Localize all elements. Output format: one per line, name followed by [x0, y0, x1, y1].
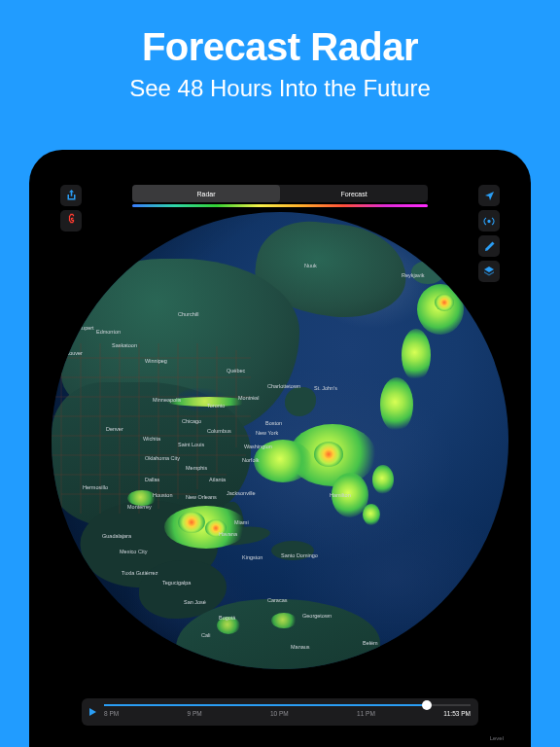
timeline-tick: 10 PM	[270, 710, 289, 717]
map-label: Vancouver	[57, 350, 83, 356]
hurricane-button[interactable]: ၆	[60, 210, 82, 231]
map-label: Saskatoon	[112, 342, 137, 348]
map-label: Toronto	[207, 403, 225, 409]
map-label: Minneapolis	[153, 397, 181, 403]
map-label: Santo Domingo	[281, 552, 318, 558]
timeline-scrubber[interactable]: 8 PM9 PM10 PM11 PM11:53 PM	[82, 698, 478, 726]
map-label: Havana	[219, 531, 237, 537]
play-button[interactable]	[89, 708, 96, 716]
layers-icon	[483, 266, 495, 277]
segment-forecast[interactable]: Forecast	[280, 185, 428, 202]
map-label: Monterrey	[127, 504, 152, 510]
map-label: New York	[256, 430, 278, 436]
track-fill	[104, 704, 427, 706]
timeline-tick: 11:53 PM	[443, 710, 471, 717]
map-label: St. John's	[314, 385, 337, 391]
right-toolbar	[478, 185, 500, 282]
map-label: Churchill	[178, 311, 198, 317]
layers-button[interactable]	[478, 261, 500, 282]
timeline-tick: 9 PM	[187, 710, 201, 717]
map-label: Belém	[363, 640, 378, 646]
location-arrow-icon	[484, 191, 495, 201]
map-label: Brasília	[343, 665, 361, 669]
map-label: Boston	[265, 420, 282, 426]
segment-radar[interactable]: Radar	[132, 185, 280, 202]
map-label: Lima	[192, 665, 203, 669]
timeline-track[interactable]: 8 PM9 PM10 PM11 PM11:53 PM	[104, 698, 471, 726]
mode-segmented-control[interactable]: Radar Forecast	[132, 185, 428, 202]
promo-title: Forecast Radar	[142, 25, 418, 69]
map-label: Oklahoma City	[145, 455, 180, 461]
timeline-ticks: 8 PM9 PM10 PM11 PM11:53 PM	[104, 710, 471, 717]
draw-button[interactable]	[478, 235, 500, 257]
map-label: Memphis	[186, 465, 207, 471]
map-label: New Orleans	[186, 494, 217, 500]
locate-button[interactable]	[478, 185, 500, 206]
map-label: Manaus	[291, 644, 310, 650]
map-label: Charlottetown	[267, 383, 300, 389]
map-label: Tuxla Gutiérrez	[122, 570, 158, 576]
map-label: San José	[184, 599, 206, 605]
map-label: Winnipeg	[145, 358, 167, 364]
map-label: Cali	[201, 632, 210, 638]
map-label: Guadalajara	[102, 533, 131, 539]
app-screen: Radar Forecast ၆	[51, 171, 509, 747]
corner-label: Level	[490, 735, 504, 741]
pencil-icon	[484, 241, 495, 252]
stations-button[interactable]	[478, 210, 500, 231]
map-label: Kingston	[242, 554, 262, 560]
map-label: Edmonton	[96, 329, 121, 335]
hurricane-icon: ၆	[65, 214, 77, 228]
broadcast-icon	[483, 216, 495, 227]
map-label: Caracas	[267, 597, 287, 603]
map-label: Wichita	[143, 436, 160, 442]
map-label: Hamilton	[330, 492, 351, 498]
map-label: Houston	[153, 492, 173, 498]
map-label: Saint Louis	[178, 442, 204, 447]
globe-map[interactable]: NuukReykjavikTrondheimKelownaPrince Rupe…	[52, 212, 508, 669]
map-label: Reykjavik	[402, 272, 425, 278]
map-label: Denver	[106, 426, 123, 432]
map-label: Chicago	[182, 418, 201, 424]
timeline-tick: 11 PM	[357, 710, 375, 717]
timeline-tick: 8 PM	[104, 710, 119, 717]
intensity-gradient-legend	[132, 204, 428, 207]
map-label: Bogotá	[219, 615, 235, 621]
map-label: Georgetown	[302, 613, 332, 619]
device-frame: Radar Forecast ၆	[29, 150, 531, 747]
map-label: Hermosillo	[83, 484, 108, 490]
share-button[interactable]	[60, 185, 82, 206]
map-label: Washington	[244, 444, 272, 449]
map-label: Prince Rupert	[61, 325, 94, 331]
promo-subtitle: See 48 Hours Into the Future	[129, 75, 431, 102]
map-label: Norfolk	[242, 457, 259, 463]
map-label: Québec	[227, 368, 245, 374]
map-label: Dallas	[145, 477, 159, 482]
map-label: Nuuk	[304, 263, 317, 268]
map-label: Jacksonville	[227, 490, 256, 496]
map-label: Miami	[234, 519, 249, 525]
svg-point-0	[488, 220, 490, 222]
timeline-knob[interactable]	[422, 700, 432, 710]
map-label: Mexico City	[120, 549, 147, 554]
share-icon	[66, 190, 77, 201]
left-toolbar: ၆	[60, 185, 82, 231]
map-label: Tegucigalpa	[162, 580, 191, 586]
map-label: Atlanta	[209, 477, 226, 482]
map-label: Columbus	[207, 428, 231, 434]
map-label: Montréal	[238, 395, 259, 401]
